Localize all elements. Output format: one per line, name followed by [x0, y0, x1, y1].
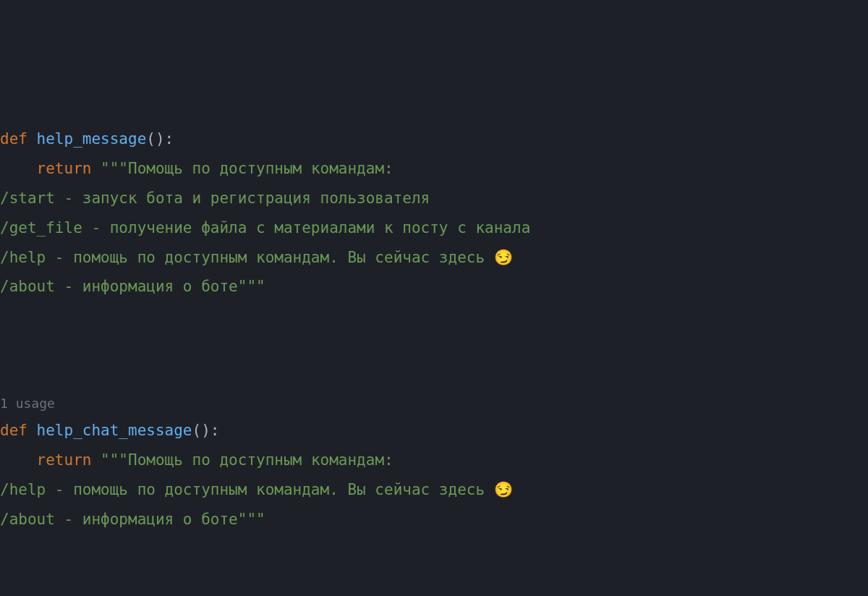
usage-hint[interactable]: 1 usage [0, 391, 868, 416]
params: (): [192, 422, 220, 439]
string-literal: /start - запуск бота и регистрация польз… [0, 190, 430, 207]
code-line: /help - помощь по доступным командам. Вы… [0, 475, 868, 505]
code-line: def help_chat_message(): [0, 416, 868, 446]
code-line: /get_file - получение файла с материалам… [0, 213, 868, 243]
string-literal: """ [101, 451, 128, 469]
code-line: return """Помощь по доступным командам: [0, 154, 868, 184]
function-name: help_message [37, 130, 147, 148]
code-line [0, 361, 868, 391]
keyword-return: return [0, 451, 101, 469]
string-literal: /help - помощь по доступным командам. Вы… [0, 249, 494, 266]
code-line: /about - информация о боте""" [0, 505, 868, 535]
keyword-return: return [0, 160, 101, 177]
keyword-def: def [0, 130, 37, 148]
params: (): [146, 130, 174, 148]
code-line: /about - информация о боте""" [0, 272, 868, 302]
string-literal: Помощь по доступным командам: [128, 451, 393, 469]
emoji-smirk-icon: 😏 [494, 249, 513, 266]
code-line: def help_message(): [0, 124, 868, 154]
string-literal: """ [238, 278, 265, 295]
string-literal: Помощь по доступным командам: [128, 160, 393, 177]
function-name: help_chat_message [37, 422, 192, 439]
string-literal: /about - информация о боте [0, 278, 238, 295]
keyword-def: def [0, 422, 37, 439]
string-literal: """ [238, 511, 265, 528]
code-line [0, 331, 868, 361]
code-line: /help - помощь по доступным командам. Вы… [0, 243, 868, 273]
string-literal: """ [101, 160, 128, 177]
string-literal: /help - помощь по доступным командам. Вы… [0, 481, 494, 498]
code-line: return """Помощь по доступным командам: [0, 446, 868, 475]
code-editor[interactable]: def help_message(): return """Помощь по … [0, 124, 868, 535]
string-literal: /get_file - получение файла с материалам… [0, 219, 530, 237]
string-literal: /about - информация о боте [0, 511, 238, 528]
code-line: /start - запуск бота и регистрация польз… [0, 184, 868, 213]
code-line [0, 302, 868, 331]
emoji-smirk-icon: 😏 [494, 481, 513, 498]
